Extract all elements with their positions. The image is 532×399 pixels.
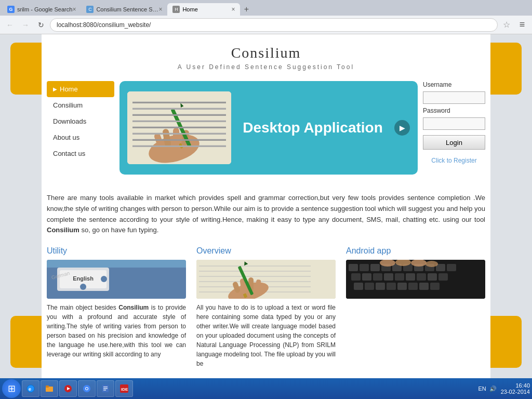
svg-rect-53 bbox=[373, 273, 382, 281]
section-title-utility: Utility bbox=[47, 246, 186, 256]
tab-consilium[interactable]: C Consilium Sentence Sugg... × bbox=[81, 3, 167, 16]
register-link[interactable]: Click to Register bbox=[423, 157, 485, 164]
hand-writing-visual bbox=[127, 91, 231, 164]
yellow-tab-left-bottom bbox=[10, 316, 42, 368]
taskbar-ide[interactable]: IDE bbox=[115, 380, 133, 397]
banner-title: Desktop Application bbox=[239, 119, 387, 136]
svg-rect-50 bbox=[447, 264, 456, 271]
banner-arrow[interactable]: ▶ bbox=[394, 120, 410, 136]
tab-home[interactable]: H Home × bbox=[167, 3, 240, 16]
sections: Utility English German bbox=[42, 241, 490, 379]
svg-rect-54 bbox=[384, 273, 393, 281]
taskbar-media[interactable] bbox=[59, 380, 77, 397]
media-icon bbox=[64, 384, 72, 393]
svg-rect-75 bbox=[46, 385, 49, 388]
tab-google-search[interactable]: G srilm - Google Search × bbox=[2, 3, 81, 16]
main-layout: Home Consilium Downloads About us Contac… bbox=[42, 76, 490, 188]
yellow-tab-right-bottom bbox=[490, 316, 522, 368]
bookmark-button[interactable]: ☆ bbox=[500, 18, 513, 32]
section-image-overview bbox=[196, 260, 336, 299]
svg-rect-55 bbox=[395, 273, 404, 281]
svg-text:e: e bbox=[29, 387, 31, 392]
svg-rect-57 bbox=[417, 273, 426, 281]
svg-rect-61 bbox=[365, 283, 374, 290]
tab-label-google: srilm - Google Search bbox=[17, 6, 72, 12]
nav-item-home[interactable]: Home bbox=[47, 81, 114, 97]
svg-rect-62 bbox=[376, 283, 385, 290]
taskbar-date: 23-02-2014 bbox=[501, 389, 530, 395]
taskbar-filemanager[interactable] bbox=[41, 380, 58, 397]
username-input[interactable] bbox=[423, 91, 485, 104]
address-bar[interactable]: localhost:8080/consilium_website/ bbox=[50, 18, 498, 32]
forward-button[interactable]: → bbox=[19, 18, 32, 32]
svg-rect-63 bbox=[387, 283, 396, 290]
svg-rect-83 bbox=[103, 388, 108, 389]
site-subtitle: A User Defined Sentence Suggestion Tool bbox=[42, 63, 490, 71]
section-utility: Utility English German bbox=[47, 246, 186, 368]
nav-item-contact[interactable]: Contact us bbox=[47, 145, 114, 162]
menu-button[interactable]: ≡ bbox=[515, 18, 529, 32]
nav-item-consilium[interactable]: Consilium bbox=[47, 97, 114, 113]
password-label: Password bbox=[423, 107, 485, 114]
ide-icon: IDE bbox=[120, 384, 128, 393]
taskbar-chrome[interactable] bbox=[78, 380, 96, 397]
yellow-tab-left-top bbox=[10, 43, 42, 95]
taskbar-ie[interactable]: e bbox=[22, 380, 39, 397]
banner: Desktop Application ▶ bbox=[119, 81, 418, 175]
svg-rect-42 bbox=[360, 264, 369, 271]
taskbar-time: 16:40 bbox=[501, 382, 530, 389]
nav-bar: ← → ↻ localhost:8080/consilium_website/ … bbox=[0, 16, 532, 34]
section-title-overview: Overview bbox=[196, 246, 336, 256]
nav-item-about[interactable]: About us bbox=[47, 129, 114, 145]
tab-close-google[interactable]: × bbox=[72, 6, 76, 13]
svg-rect-84 bbox=[103, 390, 106, 391]
site-header: Consilium A User Defined Sentence Sugges… bbox=[42, 34, 490, 76]
tab-close-home[interactable]: × bbox=[231, 6, 235, 13]
svg-rect-65 bbox=[408, 283, 418, 290]
tab-close-consilium[interactable]: × bbox=[158, 6, 162, 13]
tab-favicon-consilium: C bbox=[86, 6, 94, 13]
svg-point-21 bbox=[101, 276, 107, 282]
username-label: Username bbox=[423, 81, 485, 88]
description-brand: Consilium bbox=[47, 226, 79, 234]
filemanager-icon bbox=[45, 384, 54, 393]
start-button[interactable]: ⊞ bbox=[2, 379, 21, 398]
password-input[interactable] bbox=[423, 117, 485, 130]
ie-icon: e bbox=[26, 384, 35, 393]
section-text-overview: All you have to do is to upload a text o… bbox=[196, 303, 336, 368]
taskbar: ⊞ e bbox=[0, 378, 532, 399]
svg-rect-12 bbox=[173, 128, 179, 146]
section-overview: Overview bbox=[196, 246, 336, 368]
svg-rect-67 bbox=[430, 283, 440, 290]
svg-rect-60 bbox=[354, 283, 363, 290]
taskbar-docs[interactable] bbox=[97, 380, 114, 397]
description-text1: There are many tools available in market… bbox=[47, 194, 485, 223]
svg-rect-51 bbox=[351, 273, 361, 281]
taskbar-audio[interactable]: 🔊 bbox=[489, 385, 497, 392]
banner-image bbox=[127, 91, 231, 164]
nav-item-downloads[interactable]: Downloads bbox=[47, 113, 114, 129]
tab-favicon-home: H bbox=[172, 6, 180, 13]
site-title: Consilium bbox=[42, 45, 490, 61]
taskbar-system: EN 🔊 bbox=[475, 385, 499, 392]
deco-left bbox=[0, 32, 42, 378]
center-content: Desktop Application ▶ bbox=[119, 81, 418, 182]
description: There are many tools available in market… bbox=[42, 188, 490, 241]
svg-rect-66 bbox=[419, 283, 429, 290]
yellow-tab-right-top bbox=[490, 43, 522, 95]
svg-point-71 bbox=[425, 261, 438, 267]
svg-point-20 bbox=[80, 284, 86, 290]
taskbar-clock: 16:40 23-02-2014 bbox=[501, 382, 530, 395]
sidebar: Home Consilium Downloads About us Contac… bbox=[47, 81, 114, 182]
browser-window: G srilm - Google Search × C Consilium Se… bbox=[0, 0, 532, 399]
new-tab-button[interactable]: + bbox=[240, 3, 252, 16]
page-content: Consilium A User Defined Sentence Sugges… bbox=[42, 34, 490, 399]
back-button[interactable]: ← bbox=[3, 18, 17, 32]
tab-favicon-google: G bbox=[7, 6, 15, 13]
login-button[interactable]: Login bbox=[423, 135, 485, 150]
description-text2: so, go on have fun typing. bbox=[79, 226, 159, 234]
taskbar-lang: EN bbox=[478, 385, 486, 392]
svg-rect-64 bbox=[397, 283, 407, 290]
reload-button[interactable]: ↻ bbox=[34, 18, 48, 32]
tab-label-consilium: Consilium Sentence Sugg... bbox=[96, 6, 158, 12]
